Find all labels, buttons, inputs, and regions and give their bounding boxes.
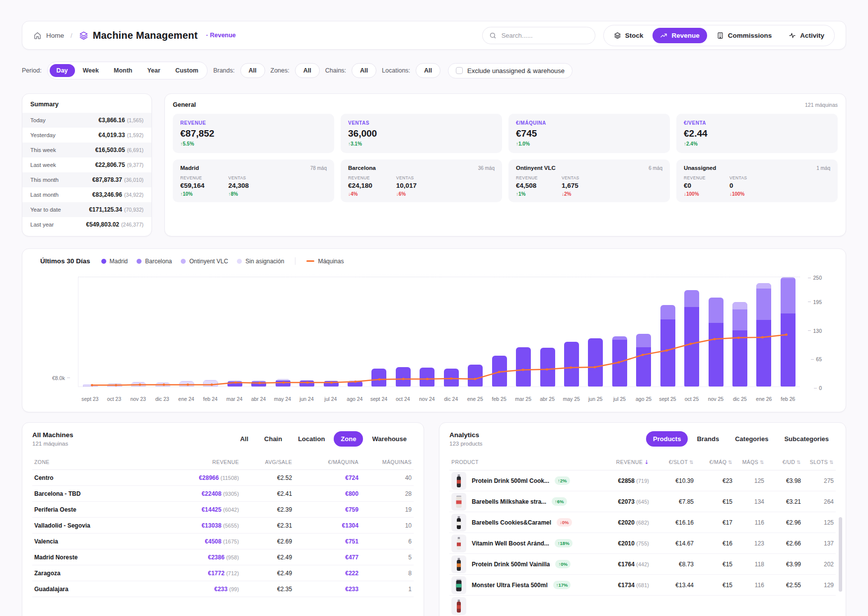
machines-col-header[interactable]: MÁQUINAS bbox=[359, 459, 412, 465]
legend-item-sin-asignaci-n[interactable]: Sin asignación bbox=[237, 258, 284, 265]
exclude-toggle[interactable]: Exclude unassigned & warehouse bbox=[448, 63, 573, 78]
filter-select-locations[interactable]: All bbox=[416, 63, 440, 78]
filter-label-locations: Locations: bbox=[382, 67, 410, 74]
search-input[interactable] bbox=[501, 31, 588, 40]
filter-select-zones[interactable]: All bbox=[295, 63, 320, 78]
analytics-col-header[interactable]: MÁQS⇅ bbox=[732, 459, 764, 465]
analytics-col-header[interactable]: €/MÁQ⇅ bbox=[694, 459, 732, 465]
sort-icon[interactable]: ⇅ bbox=[796, 460, 801, 465]
analytics-col-header[interactable]: €/SLOT⇅ bbox=[649, 459, 694, 465]
sort-icon[interactable]: ⇅ bbox=[829, 460, 834, 465]
legend-item-madrid[interactable]: Madrid bbox=[101, 258, 128, 265]
sort-icon[interactable]: ⇅ bbox=[689, 460, 694, 465]
table-row[interactable]: Barcelona - TBD€22408 (9305)€2.41€80028 bbox=[32, 486, 414, 502]
zone-name: Barcelona bbox=[348, 165, 376, 171]
x-axis-label: nov 23 bbox=[126, 396, 150, 402]
bar-slot bbox=[704, 277, 727, 386]
page-title: Machine Management bbox=[93, 30, 198, 41]
table-row[interactable]: Monster Ultra Fiesta 500ml↑17%€1734 (681… bbox=[449, 575, 836, 596]
trend-icon bbox=[660, 32, 667, 39]
revenue-cell: €2020 (682) bbox=[582, 519, 649, 526]
machines-col-header[interactable]: AVG/SALE bbox=[239, 459, 292, 465]
revenue-cell: €13038 (5655) bbox=[146, 522, 239, 529]
table-row[interactable]: Protein Drink 500ml Vainilla↑0%€1764 (44… bbox=[449, 554, 836, 575]
y-axis-right-tick: 195 bbox=[808, 299, 822, 305]
legend-item-maquinas[interactable]: Máquinas bbox=[306, 258, 344, 265]
table-row[interactable]: Barebells Milkshake stra...↑6%€2073 (645… bbox=[449, 491, 836, 512]
analytics-tab-subcategories[interactable]: Subcategories bbox=[777, 431, 836, 447]
sort-desc-icon[interactable]: ↓ bbox=[644, 459, 649, 465]
table-row[interactable]: Periferia Oeste€14425 (6042)€2.39€75919 bbox=[32, 502, 414, 518]
search-box[interactable] bbox=[482, 27, 595, 44]
product-cell: Vitamin Well Boost Aránd...↑18% bbox=[451, 535, 582, 552]
table-row[interactable]: Barebells Cookies&Caramel↓0%€2020 (682)€… bbox=[449, 512, 836, 533]
zone-metric-revenue: REVENUE€4,508↑1% bbox=[516, 175, 538, 197]
analytics-col-header[interactable]: SLOTS⇅ bbox=[801, 459, 834, 465]
analytics-table: Protein Drink 500ml Cook...↑2%€2858 (719… bbox=[449, 470, 836, 616]
table-row[interactable]: Vitamin Well Boost Aránd...↑18%€2010 (75… bbox=[449, 533, 836, 554]
avg-sale-cell: €2.49 bbox=[239, 570, 292, 577]
legend-item-barcelona[interactable]: Barcelona bbox=[137, 258, 172, 265]
machines-tab-location[interactable]: Location bbox=[291, 431, 332, 447]
machines-table-header: ZONEREVENUEAVG/SALE€/MÁQUINAMÁQUINAS bbox=[32, 455, 414, 470]
zone-metric-label: REVENUE bbox=[684, 175, 706, 180]
period-option-day[interactable]: Day bbox=[50, 64, 75, 77]
summary-row-label: This week bbox=[30, 147, 56, 153]
general-panel: General 121 máquinas REVENUE€87,852↑5.5%… bbox=[164, 93, 846, 236]
period-option-year[interactable]: Year bbox=[140, 64, 167, 77]
table-row[interactable]: Zaragoza€1772 (712)€2.49€2228 bbox=[32, 565, 414, 581]
analytics-col-header[interactable]: PRODUCT bbox=[451, 459, 582, 465]
filter-select-brands[interactable]: All bbox=[240, 63, 265, 78]
table-row-partial[interactable] bbox=[449, 596, 836, 616]
sort-icon[interactable]: ⇅ bbox=[728, 460, 732, 465]
analytics-tab-products[interactable]: Products bbox=[646, 431, 688, 447]
zone-metric-ventas: VENTAS24,308↑8% bbox=[228, 175, 249, 197]
table-row[interactable]: Madrid Noreste€2386 (958)€2.49€4775 bbox=[32, 549, 414, 565]
filter-select-chains[interactable]: All bbox=[352, 63, 376, 78]
zone-metric-ventas: VENTAS0↓100% bbox=[729, 175, 747, 197]
nav-revenue-button[interactable]: Revenue bbox=[652, 28, 707, 43]
table-row[interactable]: Centro€28966 (11508)€2.52€72440 bbox=[32, 470, 414, 486]
maqs-cell: 125 bbox=[732, 477, 764, 484]
nav-stock-button[interactable]: Stock bbox=[606, 28, 651, 43]
period-option-custom[interactable]: Custom bbox=[168, 64, 206, 77]
kpi-card: €/VENTA€2.44↑2.4% bbox=[676, 114, 838, 153]
machines-col-header[interactable]: ZONE bbox=[34, 459, 146, 465]
per-machine-cell: €751 bbox=[292, 538, 359, 545]
analytics-tab-categories[interactable]: Categories bbox=[728, 431, 775, 447]
analytics-tab-brands[interactable]: Brands bbox=[690, 431, 726, 447]
machines-col-header[interactable]: REVENUE bbox=[146, 459, 239, 465]
stacked-bar bbox=[468, 365, 483, 386]
legend-item-ontinyent-vlc[interactable]: Ontinyent VLC bbox=[181, 258, 228, 265]
analytics-col-header[interactable]: REVENUE↓ bbox=[582, 459, 649, 465]
exclude-checkbox[interactable] bbox=[456, 67, 463, 74]
table-row[interactable]: Protein Drink 500ml Cook...↑2%€2858 (719… bbox=[449, 470, 836, 491]
stacked-bar bbox=[684, 290, 699, 386]
machines-tab-warehouse[interactable]: Warehouse bbox=[365, 431, 414, 447]
breadcrumb-home[interactable]: Home bbox=[46, 32, 64, 39]
sort-icon[interactable]: ⇅ bbox=[760, 460, 764, 465]
summary-title: Summary bbox=[22, 101, 151, 113]
machines-tab-zone[interactable]: Zone bbox=[334, 431, 363, 447]
x-axis-label: oct 23 bbox=[102, 396, 126, 402]
x-axis-label: jun 24 bbox=[294, 396, 318, 402]
bar-segment-madrid bbox=[420, 368, 434, 386]
scrollbar-thumb[interactable] bbox=[839, 517, 842, 592]
nav-activity-button[interactable]: Activity bbox=[781, 28, 832, 43]
machines-tab-chain[interactable]: Chain bbox=[257, 431, 289, 447]
general-machines-note: 121 máquinas bbox=[805, 102, 838, 108]
analytics-col-header[interactable]: €/UD⇅ bbox=[764, 459, 801, 465]
table-row[interactable]: Valencia€4508 (1675)€2.69€7516 bbox=[32, 534, 414, 549]
zone-metrics: REVENUE€59,164↑10%VENTAS24,308↑8% bbox=[180, 175, 327, 197]
bar-slot bbox=[223, 277, 247, 386]
per-machine-cell: €759 bbox=[292, 506, 359, 513]
x-axis-label: feb 26 bbox=[776, 396, 800, 402]
nav-commissions-button[interactable]: Commissions bbox=[709, 28, 780, 43]
period-option-week[interactable]: Week bbox=[76, 64, 106, 77]
table-row[interactable]: Valladolid - Segovia€13038 (5655)€2.31€1… bbox=[32, 518, 414, 534]
table-row[interactable]: Guadalajara€233 (99)€2.35€2331 bbox=[32, 581, 414, 597]
machines-col-header[interactable]: €/MÁQUINA bbox=[292, 459, 359, 465]
period-option-month[interactable]: Month bbox=[107, 64, 139, 77]
bar-segment-sin bbox=[83, 385, 98, 387]
machines-tab-all[interactable]: All bbox=[233, 431, 255, 447]
